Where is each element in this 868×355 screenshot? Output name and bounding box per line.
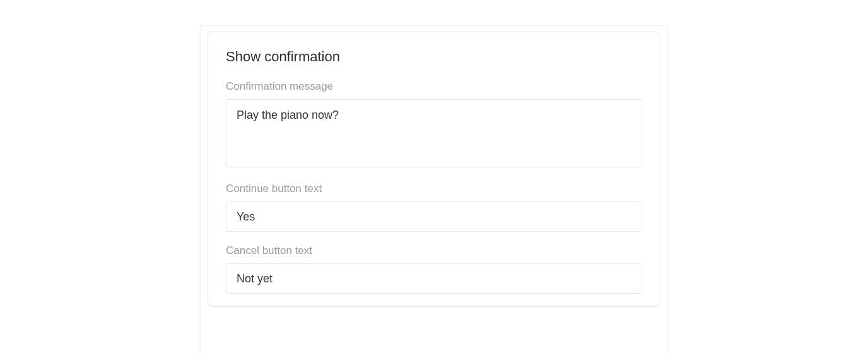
- confirmation-message-label: Confirmation message: [226, 80, 642, 93]
- confirmation-message-input[interactable]: Play the piano now?: [226, 99, 642, 167]
- show-confirmation-card: Show confirmation Confirmation message P…: [208, 32, 660, 307]
- continue-button-text-input[interactable]: [226, 202, 642, 232]
- cancel-button-text-input[interactable]: [226, 263, 642, 294]
- continue-button-text-label: Continue button text: [226, 183, 642, 195]
- card-title: Show confirmation: [226, 49, 642, 65]
- settings-panel-wrap: Show confirmation Confirmation message P…: [201, 25, 667, 354]
- cancel-button-text-label: Cancel button text: [226, 244, 642, 257]
